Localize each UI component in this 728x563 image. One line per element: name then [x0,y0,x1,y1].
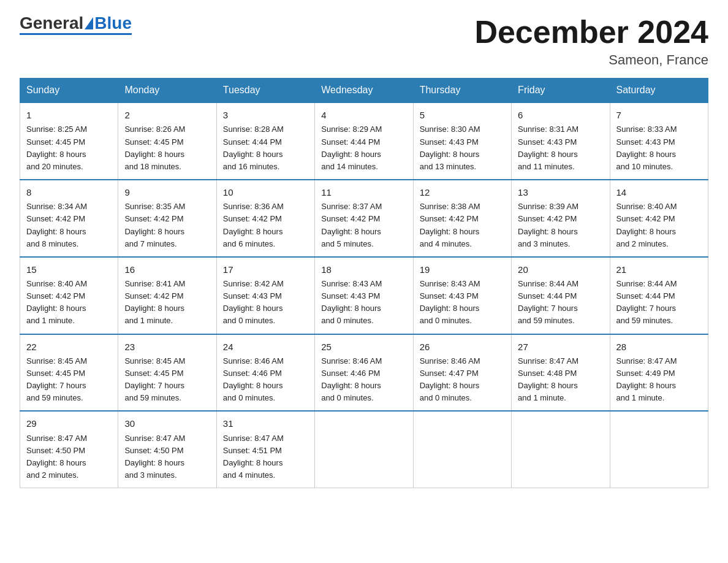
day-info: Sunrise: 8:31 AMSunset: 4:43 PMDaylight:… [518,123,603,173]
calendar-cell: 23Sunrise: 8:45 AMSunset: 4:45 PMDayligh… [118,334,216,412]
day-number: 30 [124,416,210,431]
day-number: 21 [616,262,702,277]
day-info: Sunrise: 8:26 AMSunset: 4:45 PMDaylight:… [124,123,210,173]
calendar-day-header: Saturday [610,79,708,103]
day-number: 27 [518,340,603,354]
day-info: Sunrise: 8:43 AMSunset: 4:43 PMDaylight:… [420,278,505,327]
logo-general-text: General [20,15,83,32]
logo: General Blue [20,15,132,35]
calendar-cell: 29Sunrise: 8:47 AMSunset: 4:50 PMDayligh… [20,411,118,488]
day-info: Sunrise: 8:25 AMSunset: 4:45 PMDaylight:… [26,123,112,173]
page-header: General Blue December 2024 Sameon, Franc… [20,15,708,68]
title-area: December 2024 Sameon, France [474,15,708,68]
calendar-week-row: 15Sunrise: 8:40 AMSunset: 4:42 PMDayligh… [20,257,708,334]
calendar-week-row: 8Sunrise: 8:34 AMSunset: 4:42 PMDaylight… [20,180,708,257]
day-info: Sunrise: 8:44 AMSunset: 4:44 PMDaylight:… [616,278,702,327]
calendar-cell: 16Sunrise: 8:41 AMSunset: 4:42 PMDayligh… [118,257,216,334]
day-info: Sunrise: 8:46 AMSunset: 4:46 PMDaylight:… [223,355,308,405]
day-info: Sunrise: 8:40 AMSunset: 4:42 PMDaylight:… [26,278,112,327]
day-number: 16 [124,262,210,277]
day-number: 22 [26,340,112,354]
calendar-cell: 9Sunrise: 8:35 AMSunset: 4:42 PMDaylight… [118,180,216,257]
logo-underline [20,33,132,35]
day-number: 11 [321,185,406,199]
calendar-cell: 10Sunrise: 8:36 AMSunset: 4:42 PMDayligh… [216,180,314,257]
calendar-cell: 13Sunrise: 8:39 AMSunset: 4:42 PMDayligh… [512,180,610,257]
day-info: Sunrise: 8:47 AMSunset: 4:50 PMDaylight:… [26,432,112,482]
calendar-cell: 22Sunrise: 8:45 AMSunset: 4:45 PMDayligh… [20,334,118,412]
day-info: Sunrise: 8:46 AMSunset: 4:47 PMDaylight:… [420,355,505,405]
calendar-cell: 1Sunrise: 8:25 AMSunset: 4:45 PMDaylight… [20,102,118,180]
calendar-cell: 26Sunrise: 8:46 AMSunset: 4:47 PMDayligh… [413,334,511,412]
calendar-cell: 20Sunrise: 8:44 AMSunset: 4:44 PMDayligh… [512,257,610,334]
calendar-cell: 3Sunrise: 8:28 AMSunset: 4:44 PMDaylight… [216,102,314,180]
calendar-cell: 5Sunrise: 8:30 AMSunset: 4:43 PMDaylight… [413,102,511,180]
day-info: Sunrise: 8:44 AMSunset: 4:44 PMDaylight:… [518,278,603,327]
calendar-cell: 8Sunrise: 8:34 AMSunset: 4:42 PMDaylight… [20,180,118,257]
day-info: Sunrise: 8:36 AMSunset: 4:42 PMDaylight:… [223,201,308,250]
day-number: 14 [616,185,702,199]
day-info: Sunrise: 8:30 AMSunset: 4:43 PMDaylight:… [420,123,505,173]
calendar-day-header: Friday [512,79,610,103]
day-number: 1 [26,108,112,122]
day-info: Sunrise: 8:34 AMSunset: 4:42 PMDaylight:… [26,201,112,250]
day-info: Sunrise: 8:47 AMSunset: 4:49 PMDaylight:… [616,355,702,405]
day-info: Sunrise: 8:42 AMSunset: 4:43 PMDaylight:… [223,278,308,327]
day-info: Sunrise: 8:33 AMSunset: 4:43 PMDaylight:… [616,123,702,173]
calendar-cell: 7Sunrise: 8:33 AMSunset: 4:43 PMDaylight… [610,102,708,180]
day-info: Sunrise: 8:29 AMSunset: 4:44 PMDaylight:… [321,123,406,173]
day-info: Sunrise: 8:47 AMSunset: 4:51 PMDaylight:… [223,432,308,482]
calendar-day-header: Monday [118,79,216,103]
day-info: Sunrise: 8:40 AMSunset: 4:42 PMDaylight:… [616,201,702,250]
calendar-cell: 18Sunrise: 8:43 AMSunset: 4:43 PMDayligh… [315,257,413,334]
calendar-cell: 2Sunrise: 8:26 AMSunset: 4:45 PMDaylight… [118,102,216,180]
calendar-day-header: Sunday [20,79,118,103]
calendar-cell [315,411,413,488]
calendar-day-header: Thursday [413,79,511,103]
calendar-day-header: Wednesday [315,79,413,103]
day-number: 20 [518,262,603,277]
calendar-day-header: Tuesday [216,79,314,103]
calendar-cell [512,411,610,488]
calendar-cell: 25Sunrise: 8:46 AMSunset: 4:46 PMDayligh… [315,334,413,412]
day-number: 6 [518,108,603,122]
day-info: Sunrise: 8:45 AMSunset: 4:45 PMDaylight:… [124,355,210,405]
calendar-cell: 12Sunrise: 8:38 AMSunset: 4:42 PMDayligh… [413,180,511,257]
day-number: 31 [223,416,308,431]
calendar-cell: 24Sunrise: 8:46 AMSunset: 4:46 PMDayligh… [216,334,314,412]
calendar-header-row: SundayMondayTuesdayWednesdayThursdayFrid… [20,79,708,103]
day-number: 24 [223,340,308,354]
calendar-cell: 17Sunrise: 8:42 AMSunset: 4:43 PMDayligh… [216,257,314,334]
day-number: 23 [124,340,210,354]
calendar-cell: 21Sunrise: 8:44 AMSunset: 4:44 PMDayligh… [610,257,708,334]
day-info: Sunrise: 8:47 AMSunset: 4:50 PMDaylight:… [124,432,210,482]
day-number: 19 [420,262,505,277]
logo-triangle-icon [85,17,93,29]
calendar-cell: 11Sunrise: 8:37 AMSunset: 4:42 PMDayligh… [315,180,413,257]
day-info: Sunrise: 8:47 AMSunset: 4:48 PMDaylight:… [518,355,603,405]
day-number: 15 [26,262,112,277]
day-number: 18 [321,262,406,277]
calendar-cell [413,411,511,488]
calendar-cell: 31Sunrise: 8:47 AMSunset: 4:51 PMDayligh… [216,411,314,488]
day-number: 29 [26,416,112,431]
calendar-cell: 30Sunrise: 8:47 AMSunset: 4:50 PMDayligh… [118,411,216,488]
day-number: 2 [124,108,210,122]
calendar-week-row: 1Sunrise: 8:25 AMSunset: 4:45 PMDaylight… [20,102,708,180]
calendar-week-row: 22Sunrise: 8:45 AMSunset: 4:45 PMDayligh… [20,334,708,412]
calendar-body: 1Sunrise: 8:25 AMSunset: 4:45 PMDaylight… [20,102,708,488]
calendar-cell: 4Sunrise: 8:29 AMSunset: 4:44 PMDaylight… [315,102,413,180]
calendar-week-row: 29Sunrise: 8:47 AMSunset: 4:50 PMDayligh… [20,411,708,488]
day-info: Sunrise: 8:45 AMSunset: 4:45 PMDaylight:… [26,355,112,405]
calendar-cell: 14Sunrise: 8:40 AMSunset: 4:42 PMDayligh… [610,180,708,257]
day-number: 10 [223,185,308,199]
calendar-cell: 28Sunrise: 8:47 AMSunset: 4:49 PMDayligh… [610,334,708,412]
day-number: 8 [26,185,112,199]
day-info: Sunrise: 8:37 AMSunset: 4:42 PMDaylight:… [321,201,406,250]
calendar-header: SundayMondayTuesdayWednesdayThursdayFrid… [20,79,708,103]
calendar-cell: 15Sunrise: 8:40 AMSunset: 4:42 PMDayligh… [20,257,118,334]
day-info: Sunrise: 8:38 AMSunset: 4:42 PMDaylight:… [420,201,505,250]
calendar-cell [610,411,708,488]
day-info: Sunrise: 8:46 AMSunset: 4:46 PMDaylight:… [321,355,406,405]
day-info: Sunrise: 8:41 AMSunset: 4:42 PMDaylight:… [124,278,210,327]
